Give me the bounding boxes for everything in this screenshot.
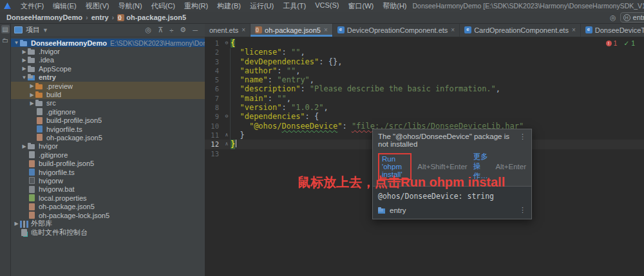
chevron-expanded-icon[interactable]: ▼ [21,75,28,80]
line-number: 13 [205,149,223,158]
scroll-from-source-icon[interactable]: ⊼ [155,26,166,34]
code-token [231,131,240,140]
fold-open-icon[interactable]: ⊖ [223,39,231,48]
tree-item[interactable]: ▶hvigor [10,142,205,151]
code-line[interactable]: 3 "devDependencies": {}, [205,57,644,66]
menu-item[interactable]: 运行(U) [245,1,278,12]
editor-tab[interactable]: DeviceOpreationComponent.ets× [333,23,460,37]
gutter-space [223,149,231,158]
menu-item[interactable]: 视图(V) [81,1,114,12]
breadcrumb-item[interactable]: oh-package.json5 [116,14,187,21]
menu-item[interactable]: 导航(N) [113,1,146,12]
tab-close-icon[interactable]: × [242,26,245,33]
breadcrumb-item[interactable]: DonseeHarmonyDemo [5,14,84,21]
tree-item[interactable]: ▶.idea [10,56,205,64]
collapse-all-icon[interactable]: ÷ [166,26,176,34]
project-tool-window-icon[interactable]: ▤ [1,25,10,33]
tree-item[interactable]: ▼entry [10,73,205,82]
tab-close-icon[interactable]: × [324,26,328,33]
chevron-collapsed-icon[interactable]: ▶ [28,100,35,106]
menu-item[interactable]: 重构(R) [180,1,213,12]
code-line[interactable]: 8 "version": "1.0.2", [205,103,644,112]
tree-item[interactable]: ▶.hvigor [10,47,205,55]
editor-tab[interactable]: onent.ets× [205,23,251,37]
tree-item[interactable]: .gitignore [10,107,205,116]
line-number: 10 [205,122,223,131]
editor-tab[interactable]: CardOpreationComponent.ets× [460,23,581,37]
tree-item-label: src [46,99,56,107]
json5-file-icon [117,14,124,21]
kebab-menu-icon[interactable]: ⋮ [518,206,527,214]
line-number: 7 [205,94,223,103]
menu-item[interactable]: 工具(T) [278,1,310,12]
code-token: "entry" [277,75,310,84]
menu-item[interactable]: 窗口(W) [344,1,379,12]
tree-item[interactable]: build-profile.json5 [10,159,205,167]
tab-label: CardOpreationComponent.ets [474,26,569,34]
panel-settings-icon[interactable]: ⚙ [176,26,189,34]
editor-tab[interactable]: oh-package.json5× [251,23,333,37]
chevron-collapsed-icon[interactable]: ▶ [21,57,28,63]
tree-item[interactable]: ▶.preview [10,82,205,90]
chevron-collapsed-icon[interactable]: ▶ [28,92,35,98]
device-selector[interactable]: H entry [620,12,644,23]
tree-item[interactable]: .gitignore [10,151,205,159]
tree-item[interactable]: 临时文件和控制台 [10,228,205,237]
code-token: "author" [240,66,277,75]
tree-item[interactable]: hvigorfile.ts [10,125,205,133]
tree-item[interactable]: oh-package.json5 [10,202,205,210]
menu-item[interactable]: 代码(C) [147,1,180,12]
tree-item[interactable]: ▶src [10,99,205,107]
fold-end-icon[interactable]: ∧ [223,140,231,149]
device-manager-icon[interactable]: ◎ [610,14,616,22]
code-line[interactable]: 5 "name": "entry", [205,75,644,84]
menu-item[interactable]: 文件(F) [16,1,48,12]
tree-item[interactable]: local.properties [10,194,205,202]
code-editor[interactable]: 1⊖{2 "license": "",3 "devDependencies": … [205,37,644,276]
code-line[interactable]: 6 "description": "Please describe the ba… [205,84,644,93]
fold-end-icon[interactable]: ∧ [223,131,231,140]
kebab-menu-icon[interactable]: ⋮ [518,133,527,141]
chevron-expanded-icon[interactable]: ▼ [13,40,20,46]
code-token: "version" [240,103,281,112]
properties-file-icon [29,194,35,201]
chevron-down-icon[interactable]: ▼ [43,27,48,33]
menu-item[interactable]: VCS(S) [310,1,343,12]
inspection-widget[interactable]: ! 1 ✓ 1 [606,39,635,47]
editor-tab[interactable]: DonseeDeviceTest.ets× [581,23,644,37]
menu-item[interactable]: 构建(B) [213,1,245,12]
code-line[interactable]: 7 "main": "", [205,94,644,103]
chevron-collapsed-icon[interactable]: ▶ [28,83,35,89]
folder-tool-window-icon[interactable]: 🗀 [1,36,10,44]
tree-item[interactable]: ▶AppScope [10,64,205,73]
chevron-collapsed-icon[interactable]: ▶ [21,66,28,71]
code-token: "Please describe the basic information." [310,84,496,93]
menu-item[interactable]: 编辑(E) [48,1,81,12]
tree-item[interactable]: hvigorw.bat [10,185,205,194]
chevron-collapsed-icon[interactable]: ▶ [13,221,20,226]
tab-close-icon[interactable]: × [451,26,455,33]
tree-item[interactable]: ▼DonseeHarmonyDemoE:\SDK\SDK2023\Harmony… [10,39,205,47]
tree-item[interactable]: hvigorw [10,176,205,185]
code-line[interactable]: 2 "license": "", [205,48,644,57]
code-line[interactable]: 4 "author": "", [205,66,644,75]
tree-item[interactable]: build-profile.json5 [10,116,205,125]
project-panel-title[interactable]: 项目 [26,25,40,35]
chevron-collapsed-icon[interactable]: ▶ [21,49,28,55]
chevron-collapsed-icon[interactable]: ▶ [21,143,28,149]
tab-close-icon[interactable]: × [572,26,576,33]
tree-item[interactable]: hvigorfile.ts [10,168,205,176]
code-line[interactable]: 9⊖ "dependencies": { [205,112,644,121]
tree-item[interactable]: oh-package-lock.json5 [10,211,205,219]
breadcrumb-item[interactable]: entry [90,14,110,21]
tree-item[interactable]: ▶build [10,90,205,98]
menu-item[interactable]: 帮助(H) [378,1,411,12]
locate-file-icon[interactable]: ◎ [142,26,155,34]
fold-open-icon[interactable]: ⊖ [223,112,231,121]
code-token: { [314,112,319,121]
json5-file-icon [37,117,43,124]
hide-panel-icon[interactable]: ─ [189,26,201,34]
tree-item[interactable]: oh-package.json5 [10,133,205,142]
code-line[interactable]: 1⊖{ [205,39,644,48]
tree-item[interactable]: ▶外部库 [10,219,205,228]
